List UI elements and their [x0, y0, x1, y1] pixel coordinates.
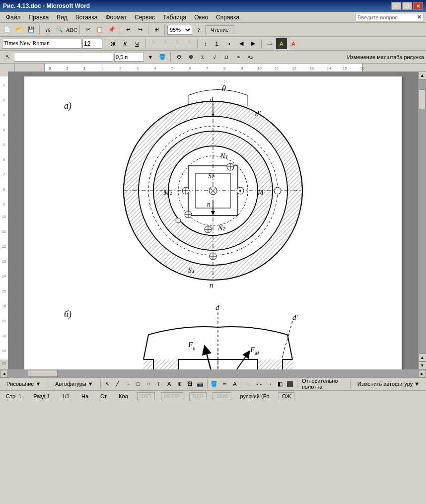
scrollbar-vertical[interactable]: ▲ ▲ ▼	[418, 72, 426, 369]
scroll-up-button[interactable]: ▲	[419, 72, 426, 79]
menu-view[interactable]: Вид	[53, 13, 71, 22]
search-box[interactable]: ✕	[355, 13, 424, 21]
fill-color-tool[interactable]: 🪣	[210, 378, 218, 389]
hscroll-right-button[interactable]: ►	[418, 370, 426, 378]
hscroll-thumb[interactable]	[28, 370, 58, 377]
maximize-button[interactable]: □	[402, 2, 412, 10]
wordart-tool[interactable]: A	[165, 378, 174, 389]
draw-toolbar-btn1[interactable]: ⊕	[173, 52, 184, 63]
line-style-tool[interactable]: ≡	[244, 378, 253, 389]
hscroll-left-button[interactable]: ◄	[0, 370, 8, 378]
line-color-tool[interactable]: ━	[220, 378, 229, 389]
oval-tool[interactable]: ○	[144, 378, 153, 389]
help-icon[interactable]: ?	[193, 24, 204, 35]
textbox-tool[interactable]: T	[154, 378, 163, 389]
menu-file[interactable]: Файл	[2, 13, 25, 22]
svg-text:11: 11	[275, 66, 279, 71]
clipart-tool[interactable]: 🖼	[185, 378, 194, 389]
menu-table[interactable]: Таблица	[159, 13, 190, 22]
select-tool[interactable]: ↖	[103, 378, 112, 389]
open-button[interactable]: 📂	[14, 24, 25, 35]
table-button[interactable]: ⊞	[151, 24, 162, 35]
font-color-tool[interactable]: A	[230, 378, 239, 389]
menu-window[interactable]: Окно	[190, 13, 212, 22]
font-color-button[interactable]: A	[288, 38, 299, 49]
menu-insert[interactable]: Вставка	[71, 13, 102, 22]
svg-text:10: 10	[2, 215, 6, 218]
line-spacing-button[interactable]: ↕	[200, 38, 211, 49]
svg-text:6: 6	[189, 66, 191, 71]
menu-help[interactable]: Справка	[212, 13, 243, 22]
btm-sep6	[350, 379, 351, 388]
arrow-style-tool[interactable]: →	[265, 378, 274, 389]
undo-button[interactable]: ↩	[123, 24, 134, 35]
highlight-button[interactable]: A	[276, 38, 287, 49]
cut-button[interactable]: ✂	[82, 24, 93, 35]
search-close-icon[interactable]: ✕	[417, 14, 422, 20]
underline-button[interactable]: Ч	[132, 38, 142, 49]
outside-border-button[interactable]: ▭	[264, 38, 275, 49]
picture-tool[interactable]: 📷	[196, 378, 205, 389]
preview-button[interactable]: 🔍	[54, 24, 65, 35]
search-input[interactable]	[357, 14, 417, 20]
new-button[interactable]: 📄	[2, 24, 13, 35]
bullets-button[interactable]: •	[224, 38, 235, 49]
line-width-display[interactable]: 0,5 п	[114, 53, 144, 62]
numbering-button[interactable]: 1.	[212, 38, 223, 49]
autoshapes-button[interactable]: Автофигуры ▼	[51, 380, 97, 388]
draw-toolbar-btn7[interactable]: Аа	[245, 52, 256, 63]
close-button[interactable]: ✕	[413, 2, 423, 10]
print-button[interactable]: 🖨	[42, 24, 53, 35]
3d-tool[interactable]: ⬛	[285, 378, 294, 389]
svg-text:5: 5	[171, 66, 174, 71]
menu-edit[interactable]: Правка	[25, 13, 53, 22]
zoom-select[interactable]: 95% 100% 75%	[167, 25, 192, 35]
draw-select[interactable]: ↖	[2, 52, 13, 63]
rect-tool[interactable]: □	[134, 378, 143, 389]
line-style-select[interactable]	[14, 53, 113, 62]
align-center-button[interactable]: ≡	[160, 38, 171, 49]
menu-tools[interactable]: Сервис	[131, 13, 159, 22]
dash-style-tool[interactable]: - -	[255, 378, 264, 389]
copy-button[interactable]: 📋	[94, 24, 105, 35]
justify-button[interactable]: ≡	[184, 38, 195, 49]
italic-button[interactable]: К	[120, 38, 131, 49]
shadow-tool[interactable]: ◧	[276, 378, 284, 389]
bold-button[interactable]: Ж	[108, 38, 119, 49]
scroll-down-button2[interactable]: ▼	[419, 361, 426, 369]
svg-text:S₁: S₁	[188, 267, 195, 274]
fill-color-btn[interactable]: 🪣	[157, 52, 168, 63]
scroll-down-button1[interactable]: ▲	[419, 354, 426, 361]
draw-toolbar-btn4[interactable]: √	[209, 52, 220, 63]
indent-increase-button[interactable]: ▶	[248, 38, 259, 49]
minimize-button[interactable]: ─	[391, 2, 401, 10]
redo-button[interactable]: ↪	[135, 24, 145, 35]
svg-text:8: 8	[223, 66, 226, 71]
paste-button[interactable]: 📌	[106, 24, 117, 35]
font-select[interactable]	[2, 39, 81, 49]
ruler-vertical: 1 2 3 4 5 6 7 8 9 10 11 12 13 14 15 16 1…	[0, 72, 8, 369]
scrollbar-horizontal[interactable]: ◄ ►	[0, 369, 426, 377]
align-left-button[interactable]: ≡	[148, 38, 159, 49]
indent-decrease-button[interactable]: ◀	[236, 38, 247, 49]
save-button[interactable]: 💾	[26, 24, 37, 35]
menu-format[interactable]: Формат	[101, 13, 131, 22]
ruler-corner	[0, 64, 15, 72]
scroll-thumb[interactable]	[419, 89, 426, 109]
change-autoshape-button[interactable]: Изменить автофигуру ▼	[353, 380, 424, 388]
reading-button[interactable]: Чтение	[205, 25, 234, 34]
draw-toolbar-btn6[interactable]: ≡	[233, 52, 244, 63]
align-right-button[interactable]: ≡	[172, 38, 183, 49]
line-tool[interactable]: ╱	[113, 378, 122, 389]
scale-label[interactable]: Изменение масштаба рисунка	[347, 54, 424, 60]
line-color-btn[interactable]: ▼	[145, 52, 156, 63]
draw-toolbar-btn3[interactable]: Σ	[197, 52, 208, 63]
diagram-tool[interactable]: ⊕	[175, 378, 184, 389]
draw-toolbar-btn5[interactable]: Ω	[221, 52, 232, 63]
svg-text:17: 17	[2, 319, 6, 323]
spell-button[interactable]: ABC	[66, 24, 77, 35]
font-size-select[interactable]	[82, 39, 102, 49]
drawing-menu-button[interactable]: Рисование ▼	[2, 380, 45, 388]
draw-toolbar-btn2[interactable]: ⊗	[185, 52, 196, 63]
arrow-tool[interactable]: →	[124, 378, 133, 389]
